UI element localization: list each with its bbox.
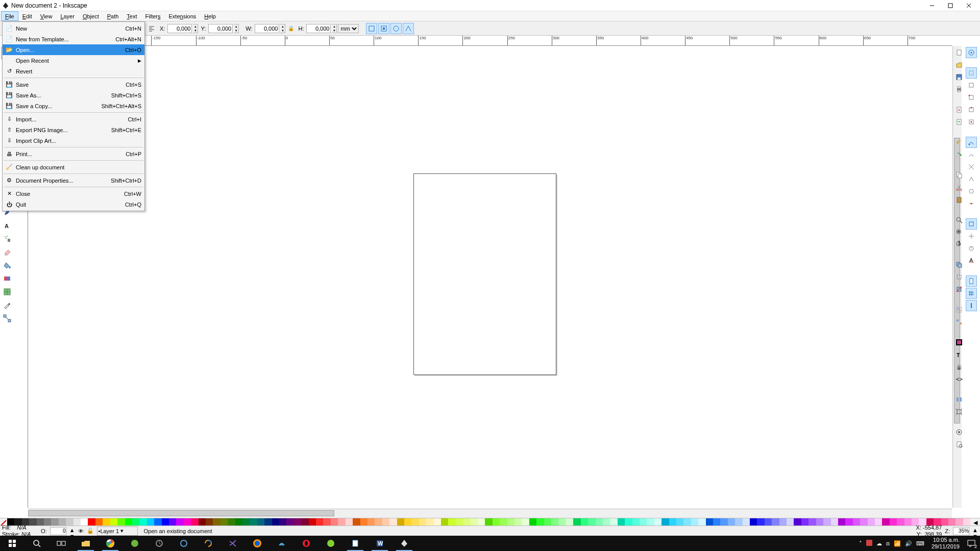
file-menu-save-a-copy[interactable]: 💾Save a Copy...Shift+Ctrl+Alt+S [3,101,144,111]
file-menu-open-recent[interactable]: Open Recent▶ [3,55,144,66]
menu-extensions[interactable]: Extensions [165,11,201,21]
prefs-icon[interactable] [953,427,965,438]
unlink-clone-icon[interactable] [953,284,965,295]
text-props-icon[interactable]: T [953,349,965,360]
menu-file[interactable]: File [1,11,18,21]
align-icon[interactable] [953,394,965,405]
file-menu-quit[interactable]: ⏻QuitCtrl+Q [3,199,144,210]
gradient-tool[interactable] [1,272,13,285]
menu-view[interactable]: View [36,11,57,21]
tray-wifi-icon[interactable]: 📶 [894,540,901,547]
snap-rotation-icon[interactable] [966,243,977,254]
tray-app-icon[interactable] [866,540,872,547]
inkscape-taskbar-icon[interactable] [392,536,416,551]
w-input[interactable] [255,24,279,33]
horizontal-ruler[interactable]: -300-250-200-150-100-5005010015020025030… [18,36,952,46]
lock-icon[interactable]: 🔒 [286,26,296,31]
xml-icon[interactable]: <> [953,373,965,385]
layer-visibility-icon[interactable]: 👁 [78,528,84,534]
layer-lock-icon[interactable]: 🔓 [87,528,94,534]
file-menu-import[interactable]: ⇩Import...Ctrl+I [3,114,144,124]
file-menu-import-clip-art[interactable]: ⇩Import Clip Art... [3,135,144,146]
file-menu-new[interactable]: 📄NewCtrl+N [3,23,144,34]
export-icon[interactable] [953,116,965,128]
opacity-spinner[interactable]: ▲▼ [69,527,75,535]
layers-icon[interactable] [953,361,965,372]
horizontal-scrollbar[interactable] [28,509,952,518]
snap-bbox-corner-icon[interactable] [966,92,977,103]
transform-icon[interactable] [953,406,965,417]
snap-grid-icon[interactable] [966,288,977,299]
snap-guide-icon[interactable] [966,300,977,311]
docprops-icon[interactable] [953,439,965,450]
w-spinner[interactable]: ▲▼ [280,24,285,33]
chrome-taskbar-icon[interactable] [98,536,122,551]
explorer-taskbar-icon[interactable] [74,536,98,551]
text-tool[interactable]: A [1,219,13,232]
snap-bbox-icon[interactable] [966,67,977,79]
affect-button-3[interactable] [390,23,402,34]
opera-taskbar-icon[interactable] [294,536,318,551]
tray-dropbox-icon[interactable]: ⧈ [886,540,890,547]
snap-intersection-icon[interactable] [966,161,977,172]
duplicate-icon[interactable] [953,259,965,270]
x-input[interactable] [167,24,192,33]
eraser-tool[interactable] [1,246,13,258]
file-menu-clean-up-document[interactable]: 🧹Clean up document [3,162,144,172]
snap-page-icon[interactable] [966,276,977,287]
notepad-taskbar-icon[interactable] [343,536,368,551]
notification-center-icon[interactable]: 2 [963,536,980,551]
clone-icon[interactable] [953,271,965,283]
affect-button-1[interactable] [366,23,377,34]
spray-tool[interactable] [1,233,13,245]
start-button[interactable] [0,536,24,551]
zoom-fit-icon[interactable] [953,214,965,226]
save-icon[interactable] [953,71,965,83]
menu-edit[interactable]: Edit [18,11,36,21]
undo-icon[interactable] [953,137,965,148]
layer-selector[interactable]: •Layer 1 ▾ [97,527,138,536]
file-menu-close[interactable]: ✕CloseCtrl+W [3,188,144,199]
new-doc-icon[interactable] [953,47,965,58]
x-spinner[interactable]: ▲▼ [193,24,198,33]
word-taskbar-icon[interactable]: W [368,536,392,551]
snap-cusp-icon[interactable] [966,173,977,185]
file-menu-export-png-image[interactable]: ⇧Export PNG Image...Shift+Ctrl+E [3,124,144,135]
tray-chevron-icon[interactable]: ˄ [859,540,862,547]
minimize-button[interactable] [923,0,941,11]
unit-select[interactable]: mm [338,24,359,33]
ungroup-icon[interactable] [953,316,965,328]
app-taskbar-icon-6[interactable] [318,536,343,551]
snap-nodes-icon[interactable] [966,137,977,148]
snap-other-icon[interactable] [966,218,977,230]
dropper-tool[interactable] [1,299,13,311]
h-input[interactable] [306,24,331,33]
app-taskbar-icon-1[interactable] [122,536,147,551]
app-taskbar-icon-3[interactable] [172,536,196,551]
align-left-icon[interactable] [146,23,157,34]
menu-path[interactable]: Path [103,11,123,21]
copy-icon[interactable] [953,169,965,181]
file-menu-save-as[interactable]: 💾Save As...Shift+Ctrl+S [3,90,144,101]
app-taskbar-icon-4[interactable] [196,536,220,551]
canvas[interactable] [28,46,952,508]
taskview-button[interactable] [49,536,74,551]
redo-icon[interactable] [953,149,965,160]
app-taskbar-icon-2[interactable] [147,536,172,551]
import-icon[interactable] [953,104,965,115]
file-menu-save[interactable]: 💾SaveCtrl+S [3,79,144,90]
close-button[interactable] [960,0,978,11]
zoom-input[interactable] [953,527,969,535]
fill-stroke-indicator[interactable]: Fill: N/A Stroke: N/A [2,524,38,537]
snap-bbox-edge-icon[interactable] [966,80,977,91]
affect-button-4[interactable] [403,23,414,34]
menu-filters[interactable]: Filters [141,11,165,21]
menu-object[interactable]: Object [79,11,103,21]
file-menu-document-properties[interactable]: ⚙Document Properties...Shift+Ctrl+D [3,175,144,186]
snap-path-icon[interactable] [966,149,977,160]
snap-midpoint-icon[interactable] [966,198,977,209]
snap-enable-icon[interactable] [966,47,977,58]
y-spinner[interactable]: ▲▼ [234,24,239,33]
snap-bbox-midpoint-icon[interactable] [966,104,977,115]
menu-help[interactable]: Help [200,11,220,21]
